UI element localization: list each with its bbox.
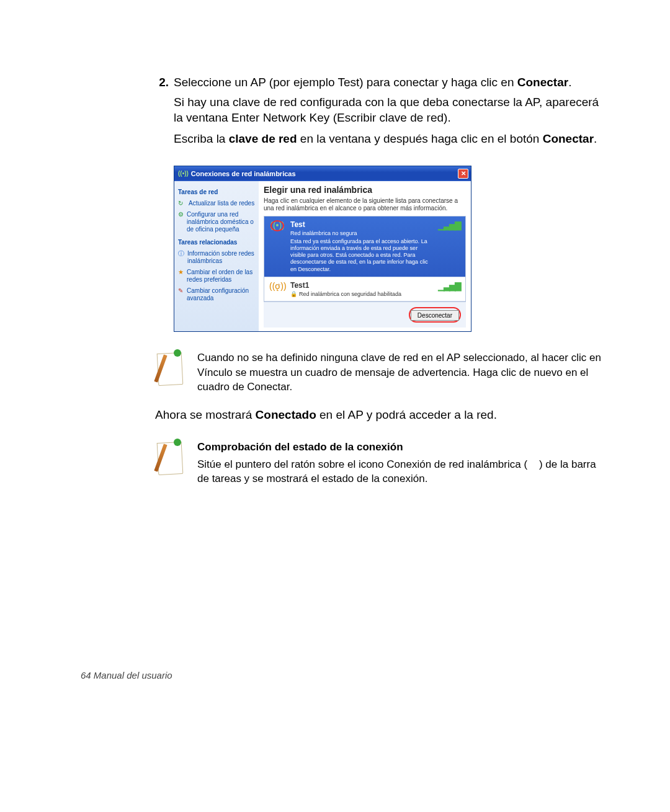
dialog-sidebar: Tareas de red ↻ Actualizar lista de rede… (174, 181, 259, 331)
dialog-main: Elegir una red inalámbrica Haga clic en … (259, 181, 471, 331)
network-subtitle: 🔒 Red inalámbrica con seguridad habilita… (290, 291, 433, 297)
dialog-title: Conexiones de red inalámbricas (191, 170, 296, 177)
wireless-icon: ((•)) (269, 220, 285, 273)
network-item-test[interactable]: ((•)) Test Red inalámbrica no segura Est… (264, 216, 465, 277)
network-detail: Esta red ya está configurada para el acc… (290, 238, 433, 273)
network-item-test1[interactable]: ((ǫ)) Test1 🔒 Red inalámbrica con seguri… (264, 277, 465, 301)
refresh-icon: ↻ (178, 200, 185, 207)
sidebar-item-setup[interactable]: ⚙ Configurar una red inalámbrica domésti… (178, 209, 255, 235)
sidebar-item-refresh[interactable]: ↻ Actualizar lista de redes (178, 198, 255, 209)
note-1: Cuando no se ha definido ninguna clave d… (155, 350, 602, 395)
sidebar-item-info[interactable]: ⓘ Información sobre redes inalámbricas (178, 248, 255, 267)
note-2-heading: Comprobación del estado de la conexión (197, 440, 602, 455)
note-2-text: Sitúe el puntero del ratón sobre el icon… (197, 457, 602, 487)
gear-icon: ✎ (178, 287, 184, 295)
page-footer: 64 Manual del usuario (81, 670, 172, 680)
wireless-dialog: ((•)) Conexiones de red inalámbricas ✕ T… (174, 166, 471, 332)
sidebar-section-1: Tareas de red (178, 189, 255, 195)
setup-icon: ⚙ (178, 211, 184, 218)
step-line-1: Seleccione un AP (por ejemplo Test) para… (174, 74, 571, 91)
step-para-3: Escriba la clave de red en la ventana y … (174, 131, 602, 147)
step-para-2: Si hay una clave de red configurada con … (174, 94, 602, 126)
network-name: Test (290, 220, 305, 229)
note-icon (155, 350, 185, 385)
wireless-title-icon: ((•)) (178, 170, 189, 177)
dialog-titlebar: ((•)) Conexiones de red inalámbricas ✕ (174, 166, 471, 181)
wireless-icon: ((ǫ)) (269, 281, 285, 297)
main-title: Elegir una red inalámbrica (264, 185, 466, 195)
step-number: 2. (155, 76, 174, 89)
info-icon: ⓘ (178, 250, 184, 257)
network-list: ((•)) Test Red inalámbrica no segura Est… (264, 216, 466, 302)
sidebar-section-2: Tareas relacionadas (178, 239, 255, 246)
close-button[interactable]: ✕ (458, 169, 468, 179)
disconnect-button[interactable]: Desconectar (411, 310, 459, 321)
signal-icon: ▁▃▅▇ (438, 281, 460, 291)
main-desc: Haga clic en cualquier elemento de la si… (264, 197, 466, 212)
body-connected-para: Ahora se mostrará Conectado en el AP y p… (155, 407, 602, 424)
signal-icon: ▁▃▅▇ (438, 220, 460, 230)
sidebar-item-order[interactable]: ★ Cambiar el orden de las redes preferid… (178, 267, 255, 285)
lock-icon: 🔒 (290, 291, 297, 297)
note-2: Comprobación del estado de la conexión S… (155, 440, 602, 486)
star-icon: ★ (178, 269, 184, 276)
sidebar-item-advanced[interactable]: ✎ Cambiar configuración avanzada (178, 285, 255, 304)
note-1-text: Cuando no se ha definido ninguna clave d… (197, 350, 602, 395)
network-name: Test1 (290, 281, 433, 290)
note-icon (155, 440, 185, 475)
network-subtitle: Red inalámbrica no segura (290, 230, 433, 236)
